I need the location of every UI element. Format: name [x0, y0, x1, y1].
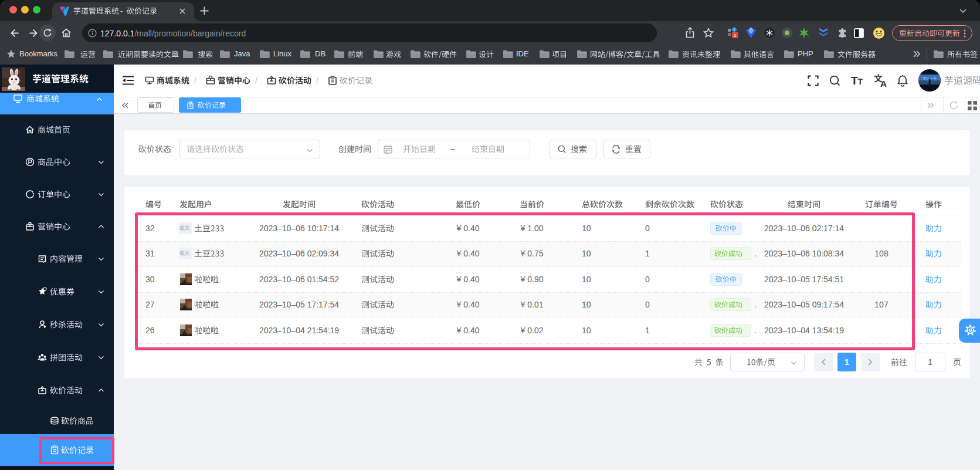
svg-text:6: 6: [734, 33, 737, 38]
svg-text:文心一言: 文心一言: [923, 76, 937, 81]
